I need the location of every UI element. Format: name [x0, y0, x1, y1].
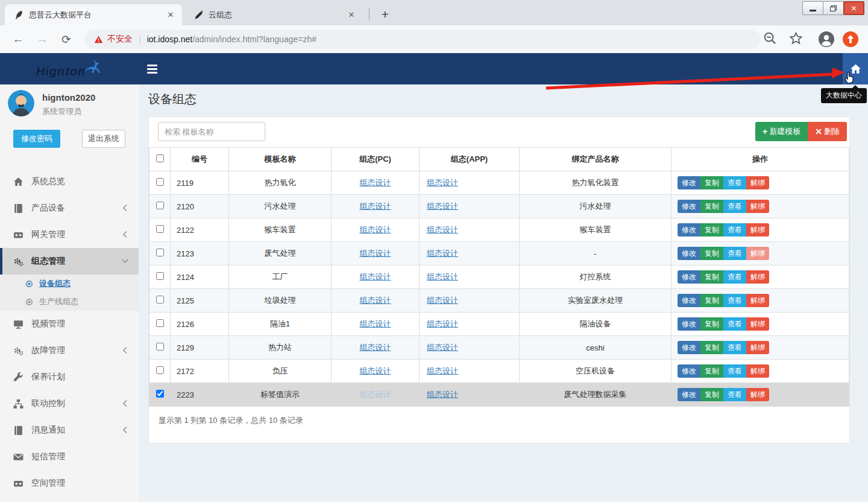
app-config-link[interactable]: 组态设计: [427, 178, 458, 187]
unbind-button[interactable]: 解绑: [746, 388, 769, 401]
modify-button[interactable]: 修改: [678, 364, 700, 378]
modify-button[interactable]: 修改: [678, 341, 700, 354]
copy-button[interactable]: 复制: [700, 176, 723, 189]
close-button[interactable]: ✕: [843, 1, 864, 15]
unbind-button[interactable]: 解绑: [746, 270, 769, 284]
forward-icon[interactable]: →: [34, 31, 51, 48]
bigdata-center-home-button[interactable]: [843, 53, 868, 84]
app-config-link[interactable]: 组态设计: [427, 249, 458, 258]
sidebar-item-linkage-control[interactable]: 联动控制: [0, 390, 139, 417]
row-checkbox[interactable]: [156, 225, 164, 233]
copy-button[interactable]: 复制: [700, 223, 723, 237]
new-tab-button[interactable]: +: [376, 5, 394, 24]
app-config-link[interactable]: 组态设计: [427, 319, 458, 328]
row-checkbox[interactable]: [156, 272, 164, 280]
sidebar-item-product-device[interactable]: 产品设备: [0, 195, 139, 221]
pc-config-link[interactable]: 组态设计: [360, 202, 391, 211]
new-template-button[interactable]: +新建模板: [755, 122, 808, 141]
app-config-link[interactable]: 组态设计: [427, 296, 458, 305]
sidebar-item-gateway-management[interactable]: 网关管理: [0, 221, 139, 248]
unbind-button[interactable]: 解绑: [746, 317, 769, 331]
view-button[interactable]: 查看: [723, 200, 746, 213]
view-button[interactable]: 查看: [723, 223, 746, 237]
reload-icon[interactable]: ⟳: [58, 31, 75, 48]
sidebar-item-message-notify[interactable]: 消息通知: [0, 417, 139, 443]
row-checkbox[interactable]: [156, 390, 164, 398]
address-bar[interactable]: 不安全 | iot.idosp.net /admin/index.html?la…: [84, 30, 761, 49]
view-button[interactable]: 查看: [723, 176, 746, 189]
restore-button[interactable]: [823, 1, 844, 15]
view-button[interactable]: 查看: [723, 270, 746, 284]
unbind-button[interactable]: 解绑: [746, 176, 769, 189]
modify-button[interactable]: 修改: [678, 388, 700, 401]
copy-button[interactable]: 复制: [700, 270, 723, 284]
row-checkbox[interactable]: [156, 178, 164, 186]
app-config-link[interactable]: 组态设计: [427, 366, 458, 375]
pc-config-link[interactable]: 组态设计: [360, 343, 391, 352]
view-button[interactable]: 查看: [723, 317, 746, 331]
pc-config-link[interactable]: 组态设计: [360, 296, 391, 305]
zoom-out-icon[interactable]: [763, 31, 776, 45]
minimize-button[interactable]: [802, 1, 823, 15]
row-checkbox[interactable]: [156, 343, 164, 351]
view-button[interactable]: 查看: [723, 364, 746, 378]
copy-button[interactable]: 复制: [700, 294, 723, 307]
pc-config-link[interactable]: 组态设计: [360, 390, 391, 399]
row-checkbox[interactable]: [156, 319, 164, 327]
unbind-button[interactable]: 解绑: [746, 341, 769, 354]
unbind-button[interactable]: 解绑: [746, 200, 769, 213]
view-button[interactable]: 查看: [723, 294, 746, 307]
browser-tab-active[interactable]: 思普云大数据平台 ✕: [5, 4, 182, 25]
view-button[interactable]: 查看: [723, 388, 746, 401]
pc-config-link[interactable]: 组态设计: [360, 272, 391, 281]
modify-button[interactable]: 修改: [678, 223, 700, 237]
modify-button[interactable]: 修改: [678, 294, 700, 307]
tab-close-icon[interactable]: ✕: [346, 10, 357, 21]
unbind-button[interactable]: 解绑: [746, 247, 769, 260]
copy-button[interactable]: 复制: [700, 317, 723, 331]
sidebar-item-maintenance-plan[interactable]: 保养计划: [0, 364, 139, 390]
app-config-link[interactable]: 组态设计: [427, 225, 458, 234]
sidebar-subitem-production-line-config[interactable]: 生产线组态: [0, 293, 139, 311]
view-button[interactable]: 查看: [723, 341, 746, 354]
sidebar-item-config-management[interactable]: 组态管理: [0, 248, 139, 275]
browser-profile-avatar[interactable]: [819, 31, 834, 47]
sidebar-item-fault-management[interactable]: 故障管理: [0, 337, 139, 364]
back-icon[interactable]: ←: [10, 31, 27, 48]
pc-config-link[interactable]: 组态设计: [360, 178, 391, 187]
change-password-button[interactable]: 修改密码: [13, 130, 60, 148]
logout-button[interactable]: 退出系统: [82, 130, 125, 148]
modify-button[interactable]: 修改: [678, 200, 700, 213]
row-checkbox[interactable]: [156, 366, 164, 374]
copy-button[interactable]: 复制: [700, 247, 723, 260]
tab-close-icon[interactable]: ✕: [165, 10, 176, 21]
app-config-link[interactable]: 组态设计: [427, 272, 458, 281]
row-checkbox[interactable]: [156, 202, 164, 209]
copy-button[interactable]: 复制: [700, 364, 723, 378]
app-config-link[interactable]: 组态设计: [427, 202, 458, 211]
bookmark-star-icon[interactable]: [789, 31, 803, 45]
sidebar-item-system-overview[interactable]: 系统总览: [0, 168, 139, 195]
sidebar-subitem-device-config[interactable]: 设备组态: [0, 275, 139, 293]
sidebar-item-video-management[interactable]: 视频管理: [0, 311, 139, 337]
app-config-link[interactable]: 组态设计: [427, 343, 458, 352]
modify-button[interactable]: 修改: [678, 247, 700, 260]
modify-button[interactable]: 修改: [678, 176, 700, 189]
unbind-button[interactable]: 解绑: [746, 364, 769, 378]
unbind-button[interactable]: 解绑: [746, 223, 769, 237]
copy-button[interactable]: 复制: [700, 388, 723, 401]
pc-config-link[interactable]: 组态设计: [360, 366, 391, 375]
delete-button[interactable]: ✕删除: [808, 122, 847, 141]
row-checkbox[interactable]: [156, 249, 164, 256]
pc-config-link[interactable]: 组态设计: [360, 225, 391, 234]
pc-config-link[interactable]: 组态设计: [360, 319, 391, 328]
select-all-checkbox[interactable]: [156, 154, 164, 162]
row-checkbox[interactable]: [156, 296, 164, 303]
view-button[interactable]: 查看: [723, 247, 746, 260]
sidebar-item-sms-management[interactable]: 短信管理: [0, 443, 139, 470]
hamburger-menu-icon[interactable]: [147, 62, 160, 75]
modify-button[interactable]: 修改: [678, 270, 700, 284]
browser-tab-inactive[interactable]: 云组态 ✕: [184, 4, 363, 25]
copy-button[interactable]: 复制: [700, 200, 723, 213]
unbind-button[interactable]: 解绑: [746, 294, 769, 307]
